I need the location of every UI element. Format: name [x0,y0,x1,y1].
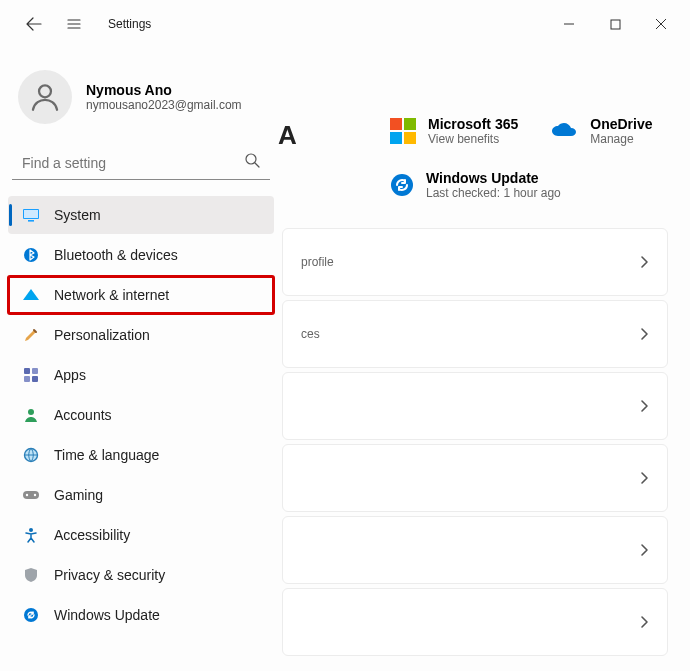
settings-card[interactable] [282,516,668,584]
windows-update-title: Windows Update [426,170,561,186]
sidebar-item-accounts[interactable]: Accounts [8,396,274,434]
paintbrush-icon [22,327,40,343]
page-title-fragment: A [278,120,297,151]
svg-point-16 [29,528,33,532]
settings-card[interactable] [282,372,668,440]
svg-rect-9 [24,376,30,382]
main-layout: Nymous Ano nymousano2023@gmail.com Syste… [0,48,690,671]
search-input[interactable] [12,147,270,179]
titlebar: Settings [0,0,690,48]
svg-point-1 [39,85,51,97]
sidebar-item-label: Personalization [54,327,150,343]
arrow-left-icon [26,16,42,32]
monitor-icon [22,206,40,224]
accessibility-icon [22,527,40,543]
svg-rect-20 [390,132,402,144]
svg-rect-19 [404,118,416,130]
shield-icon [22,567,40,583]
window-title: Settings [108,17,151,31]
card-hint: ces [301,327,320,341]
onedrive-icon [550,122,578,140]
m365-subtitle: View benefits [428,132,518,146]
windows-update-summary[interactable]: Windows Update Last checked: 1 hour ago [390,170,668,200]
settings-cards: profile ces [282,228,668,656]
chevron-right-icon [639,327,649,341]
settings-card[interactable]: ces [282,300,668,368]
bluetooth-icon [22,247,40,263]
svg-point-22 [391,174,413,196]
profile-name: Nymous Ano [86,82,242,98]
close-icon [655,18,667,30]
chevron-right-icon [639,471,649,485]
avatar [18,70,72,124]
search-box[interactable] [12,146,270,180]
m365-card[interactable]: Microsoft 365 View benefits [390,116,518,146]
sidebar-item-gaming[interactable]: Gaming [8,476,274,514]
sidebar-item-label: Gaming [54,487,103,503]
chevron-right-icon [639,615,649,629]
microsoft-logo-icon [390,118,416,144]
maximize-button[interactable] [592,8,638,40]
settings-card[interactable] [282,588,668,656]
sidebar-item-network[interactable]: Network & internet [8,276,274,314]
gamepad-icon [22,487,40,503]
chevron-right-icon [639,543,649,557]
account-icon [22,407,40,423]
sidebar-item-label: Accounts [54,407,112,423]
onedrive-title: OneDrive [590,116,652,132]
back-button[interactable] [18,8,50,40]
minimize-button[interactable] [546,8,592,40]
svg-rect-5 [28,220,34,222]
svg-rect-21 [404,132,416,144]
update-icon [22,607,40,623]
wifi-icon [22,286,40,304]
settings-card[interactable]: profile [282,228,668,296]
m365-title: Microsoft 365 [428,116,518,132]
person-icon [28,80,62,114]
svg-rect-4 [24,210,38,218]
svg-rect-7 [24,368,30,374]
svg-rect-18 [390,118,402,130]
chevron-right-icon [639,399,649,413]
card-hint: profile [301,255,334,269]
sidebar-item-bluetooth[interactable]: Bluetooth & devices [8,236,274,274]
profile-block[interactable]: Nymous Ano nymousano2023@gmail.com [8,62,274,132]
svg-point-17 [24,608,38,622]
menu-icon [66,16,82,32]
close-button[interactable] [638,8,684,40]
sidebar-item-system[interactable]: System [8,196,274,234]
sidebar-item-label: Time & language [54,447,159,463]
chevron-right-icon [639,255,649,269]
sidebar-item-label: System [54,207,101,223]
sidebar-item-windows-update[interactable]: Windows Update [8,596,274,634]
sidebar-item-time-language[interactable]: Time & language [8,436,274,474]
sidebar: Nymous Ano nymousano2023@gmail.com Syste… [0,48,282,671]
globe-icon [22,447,40,463]
svg-rect-10 [32,376,38,382]
svg-rect-8 [32,368,38,374]
sidebar-item-label: Accessibility [54,527,130,543]
windows-update-subtitle: Last checked: 1 hour ago [426,186,561,200]
sidebar-item-label: Network & internet [54,287,169,303]
content-pane: A Microsoft 365 View benefits OneDrive M… [282,48,690,671]
update-icon [390,173,414,197]
svg-rect-13 [23,491,39,499]
svg-point-11 [28,409,34,415]
onedrive-card[interactable]: OneDrive Manage [550,116,652,146]
sidebar-item-label: Bluetooth & devices [54,247,178,263]
apps-icon [22,367,40,383]
svg-point-15 [34,494,36,496]
hamburger-button[interactable] [58,8,90,40]
profile-email: nymousano2023@gmail.com [86,98,242,112]
maximize-icon [610,19,621,30]
settings-card[interactable] [282,444,668,512]
sidebar-item-accessibility[interactable]: Accessibility [8,516,274,554]
sidebar-item-apps[interactable]: Apps [8,356,274,394]
onedrive-subtitle: Manage [590,132,652,146]
sidebar-item-label: Windows Update [54,607,160,623]
sidebar-item-label: Apps [54,367,86,383]
sidebar-item-privacy[interactable]: Privacy & security [8,556,274,594]
svg-rect-0 [611,20,620,29]
svg-point-14 [26,494,28,496]
sidebar-item-personalization[interactable]: Personalization [8,316,274,354]
